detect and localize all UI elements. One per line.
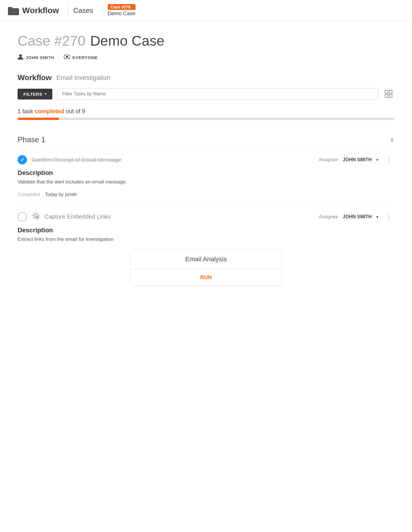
nav-case-badge[interactable]: Case #270 bbox=[108, 4, 135, 10]
run-button[interactable]: RUN bbox=[130, 269, 282, 286]
case-header: Case #270 Demo Case bbox=[18, 33, 394, 49]
task-1-left: Confirm Receipt of Email Message bbox=[18, 155, 122, 164]
folder-icon bbox=[7, 4, 20, 17]
task-2-name: Capture Embedded Links bbox=[44, 213, 111, 220]
case-title: Demo Case bbox=[90, 33, 164, 49]
case-meta: JOHN SMITH EVERYONE bbox=[18, 54, 394, 61]
phase-1-chevron-up-icon: ∧ bbox=[390, 136, 394, 144]
task-2-row: Capture Embedded Links Assignee JOHN SMI… bbox=[18, 212, 394, 222]
svg-point-9 bbox=[34, 214, 37, 217]
task-2-left: Capture Embedded Links bbox=[18, 212, 111, 222]
svg-point-4 bbox=[66, 56, 68, 58]
task-1-status-row: Completed Today by jsmith bbox=[18, 187, 394, 200]
task-2-assignee-label: Assignee bbox=[319, 214, 338, 219]
task-2-assignee-chevron-icon[interactable]: ▾ bbox=[376, 214, 378, 219]
action-card-title: Email Analysis bbox=[130, 250, 282, 269]
progress-highlight: completed bbox=[35, 108, 64, 114]
nav-workflow-label: Workflow bbox=[22, 6, 59, 15]
task-1-assignee-name: JOHN SMITH bbox=[343, 157, 372, 162]
progress-text: 1 task completed out of 9 bbox=[18, 108, 394, 115]
eye-icon bbox=[64, 54, 70, 61]
person-icon bbox=[18, 54, 23, 61]
top-navigation: Workflow Cases Case #270 Demo Case bbox=[0, 0, 412, 21]
nav-cases-label[interactable]: Cases bbox=[73, 6, 93, 15]
progress-text-pre: 1 task bbox=[18, 108, 33, 114]
progress-section: 1 task completed out of 9 bbox=[18, 108, 394, 120]
chevron-down-icon: ▾ bbox=[45, 92, 47, 96]
svg-rect-8 bbox=[389, 95, 392, 97]
task-1-name: Confirm Receipt of Email Message bbox=[32, 157, 122, 163]
phase-1-section: Phase 1 ∧ Confirm Receipt of Email Messa… bbox=[18, 131, 394, 292]
progress-bar-track bbox=[18, 118, 394, 120]
task-1-right: Assignee JOHN SMITH ▾ ⋮ bbox=[319, 155, 395, 164]
task-2-assignee-name: JOHN SMITH bbox=[343, 214, 372, 219]
svg-point-2 bbox=[19, 54, 22, 57]
task-2-description-title: Description bbox=[18, 226, 394, 234]
task-2-right: Assignee JOHN SMITH ▾ ⋮ bbox=[319, 212, 395, 221]
svg-rect-5 bbox=[385, 90, 388, 93]
task-1-menu-button[interactable]: ⋮ bbox=[383, 155, 394, 164]
gear-icon bbox=[32, 212, 40, 222]
case-assignee: JOHN SMITH bbox=[18, 54, 54, 61]
filters-label: FILTERS bbox=[23, 92, 42, 97]
case-visibility-label: EVERYONE bbox=[73, 55, 98, 60]
phase-1-header[interactable]: Phase 1 ∧ bbox=[18, 131, 394, 149]
svg-rect-1 bbox=[8, 7, 13, 9]
task-1-description-title: Description bbox=[18, 169, 394, 177]
task-2-description: Description Extract links from the email… bbox=[18, 222, 394, 245]
workflow-label: Workflow bbox=[18, 73, 52, 82]
task-1-description: Description Validate that the alert incl… bbox=[18, 164, 394, 187]
task-2-menu-button[interactable]: ⋮ bbox=[383, 212, 394, 221]
nav-breadcrumb: Case #270 Demo Case bbox=[108, 4, 135, 17]
nav-divider-2 bbox=[103, 5, 103, 16]
workflow-name: Email Investigation bbox=[56, 74, 111, 82]
case-assignee-name: JOHN SMITH bbox=[26, 55, 54, 60]
filter-tasks-input[interactable] bbox=[57, 88, 378, 100]
task-1-status-value: Today by jsmith bbox=[45, 192, 77, 197]
grid-view-button[interactable] bbox=[383, 88, 394, 100]
task-2-checkbox[interactable] bbox=[18, 212, 27, 222]
task-1-assignee-label: Assignee bbox=[319, 157, 338, 162]
filters-button[interactable]: FILTERS ▾ bbox=[18, 89, 52, 99]
toolbar: FILTERS ▾ bbox=[18, 88, 394, 100]
email-analysis-card: Email Analysis RUN bbox=[130, 249, 282, 286]
main-content: Case #270 Demo Case JOHN SMITH EVERYONE bbox=[0, 21, 412, 532]
case-visibility: EVERYONE bbox=[64, 54, 98, 61]
task-1-assignee-chevron-icon[interactable]: ▾ bbox=[376, 157, 378, 162]
task-1-checkbox[interactable] bbox=[18, 155, 27, 164]
task-1-row: Confirm Receipt of Email Message Assigne… bbox=[18, 155, 394, 164]
task-1-status-label: Completed bbox=[18, 192, 40, 197]
svg-rect-7 bbox=[385, 95, 388, 97]
task-1-description-text: Validate that the alert includes an emai… bbox=[18, 179, 394, 185]
nav-case-name: Demo Case bbox=[108, 11, 135, 17]
progress-bar-fill bbox=[18, 118, 59, 120]
svg-rect-6 bbox=[389, 90, 392, 93]
phase-1-title: Phase 1 bbox=[18, 135, 45, 144]
task-item-2: Capture Embedded Links Assignee JOHN SMI… bbox=[18, 205, 394, 292]
nav-divider-1 bbox=[68, 5, 68, 16]
progress-text-post: out of 9 bbox=[66, 108, 85, 114]
case-number: Case #270 bbox=[18, 33, 85, 49]
task-2-description-text: Extract links from the email for investi… bbox=[18, 236, 394, 242]
workflow-header: Workflow Email Investigation bbox=[18, 73, 394, 82]
task-item-1: Confirm Receipt of Email Message Assigne… bbox=[18, 149, 394, 205]
